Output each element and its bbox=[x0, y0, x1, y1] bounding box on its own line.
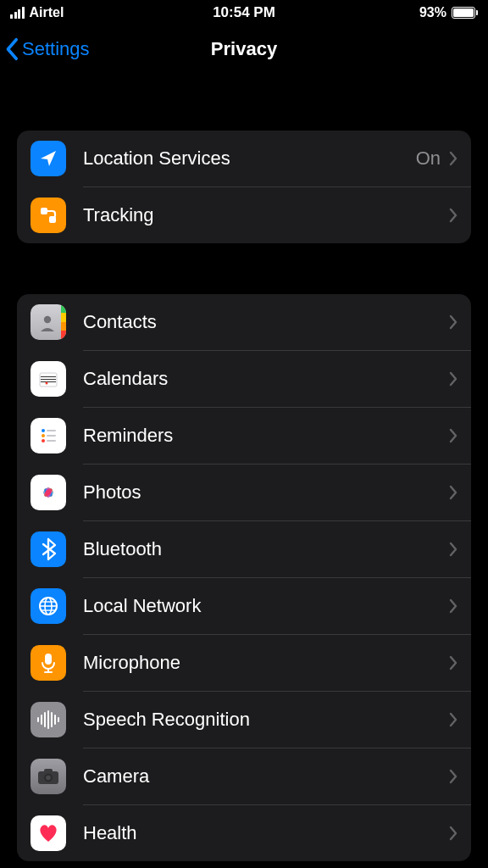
reminders-icon bbox=[30, 418, 66, 453]
chevron-right-icon bbox=[449, 208, 458, 223]
row-label: Photos bbox=[83, 481, 141, 504]
row-label: Contacts bbox=[83, 311, 157, 333]
clock: 10:54 PM bbox=[213, 4, 275, 21]
chevron-left-icon bbox=[5, 37, 20, 61]
row-local-network[interactable]: Local Network bbox=[17, 578, 471, 634]
row-location-services[interactable]: Location Services On bbox=[17, 131, 471, 186]
chevron-right-icon bbox=[449, 314, 458, 330]
svg-rect-1 bbox=[49, 216, 56, 223]
content: Location Services On Tracking Contacts bbox=[0, 131, 488, 861]
row-label: Location Services bbox=[83, 147, 230, 170]
tracking-icon bbox=[30, 198, 66, 233]
chevron-right-icon bbox=[449, 428, 458, 443]
signal-icon bbox=[10, 7, 25, 19]
row-reminders[interactable]: Reminders bbox=[17, 408, 471, 464]
svg-rect-5 bbox=[41, 379, 56, 380]
bluetooth-icon bbox=[30, 531, 66, 567]
row-photos[interactable]: Photos bbox=[17, 465, 471, 520]
microphone-icon bbox=[30, 645, 66, 681]
globe-icon bbox=[30, 588, 66, 624]
chevron-right-icon bbox=[449, 151, 458, 166]
chevron-right-icon bbox=[449, 826, 458, 841]
svg-point-40 bbox=[46, 776, 51, 781]
svg-point-8 bbox=[42, 429, 45, 432]
back-label: Settings bbox=[22, 38, 90, 60]
row-contacts[interactable]: Contacts bbox=[17, 294, 471, 350]
back-button[interactable]: Settings bbox=[0, 37, 90, 61]
row-label: Tracking bbox=[83, 204, 154, 226]
status-bar: Airtel 10:54 PM 93% bbox=[0, 0, 488, 25]
calendar-icon bbox=[30, 361, 66, 397]
row-label: Local Network bbox=[83, 595, 201, 617]
chevron-right-icon bbox=[449, 655, 458, 670]
row-calendars[interactable]: Calendars bbox=[17, 351, 471, 407]
row-label: Reminders bbox=[83, 425, 173, 447]
chevron-right-icon bbox=[449, 598, 458, 614]
svg-rect-11 bbox=[47, 435, 56, 437]
row-camera[interactable]: Camera bbox=[17, 748, 471, 804]
svg-rect-13 bbox=[47, 440, 56, 442]
svg-point-12 bbox=[42, 439, 45, 442]
svg-point-2 bbox=[44, 316, 51, 323]
page-title: Privacy bbox=[211, 38, 277, 60]
row-microphone[interactable]: Microphone bbox=[17, 635, 471, 691]
chevron-right-icon bbox=[449, 371, 458, 387]
status-right: 93% bbox=[419, 5, 478, 20]
battery-icon bbox=[452, 7, 478, 19]
heart-icon bbox=[30, 815, 66, 851]
chevron-right-icon bbox=[449, 769, 458, 784]
svg-rect-4 bbox=[41, 376, 56, 377]
contacts-icon bbox=[30, 304, 66, 340]
row-label: Health bbox=[83, 822, 137, 844]
svg-point-7 bbox=[46, 382, 48, 385]
group-location: Location Services On Tracking bbox=[17, 131, 471, 243]
camera-icon bbox=[30, 759, 66, 794]
svg-rect-0 bbox=[41, 208, 47, 214]
chevron-right-icon bbox=[449, 542, 458, 557]
row-label: Bluetooth bbox=[83, 538, 162, 560]
row-tracking[interactable]: Tracking bbox=[17, 187, 471, 243]
svg-rect-9 bbox=[47, 430, 56, 431]
row-bluetooth[interactable]: Bluetooth bbox=[17, 521, 471, 577]
row-detail: On bbox=[416, 147, 441, 169]
row-label: Speech Recognition bbox=[83, 709, 250, 731]
battery-pct: 93% bbox=[419, 5, 446, 20]
row-label: Camera bbox=[83, 765, 149, 787]
status-left: Airtel bbox=[10, 5, 64, 20]
svg-rect-38 bbox=[44, 769, 53, 773]
location-arrow-icon bbox=[30, 141, 66, 176]
row-label: Calendars bbox=[83, 368, 168, 390]
nav-bar: Settings Privacy bbox=[0, 25, 488, 73]
carrier-label: Airtel bbox=[30, 5, 64, 20]
waveform-icon bbox=[30, 702, 66, 737]
chevron-right-icon bbox=[449, 712, 458, 727]
svg-rect-6 bbox=[41, 381, 56, 382]
chevron-right-icon bbox=[449, 485, 458, 500]
group-apps: Contacts Calendars Reminders bbox=[17, 294, 471, 861]
svg-rect-27 bbox=[45, 654, 52, 665]
row-label: Microphone bbox=[83, 652, 180, 674]
row-health[interactable]: Health bbox=[17, 805, 471, 861]
svg-point-10 bbox=[42, 434, 45, 437]
row-speech-recognition[interactable]: Speech Recognition bbox=[17, 692, 471, 748]
photos-icon bbox=[30, 475, 66, 510]
